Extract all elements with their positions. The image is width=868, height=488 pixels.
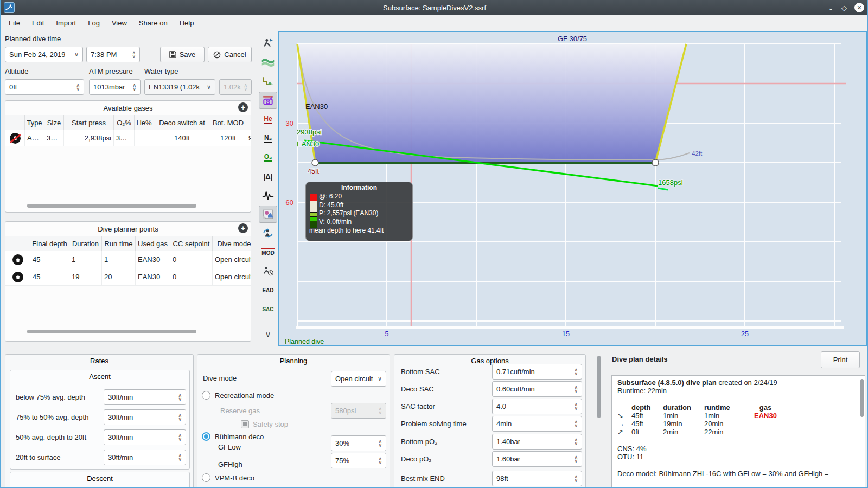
rate-spinbox[interactable]: 30ft/min bbox=[104, 389, 186, 405]
bottom-vscrollbar[interactable] bbox=[597, 356, 601, 418]
deco-po2-spinbox[interactable]: 1.60bar bbox=[492, 451, 582, 467]
gas-option-label: Problem solving time bbox=[401, 420, 467, 428]
gas-option-label: Bottom pO₂ bbox=[401, 438, 437, 446]
tooltip-velocity: V: 0.0ft/min bbox=[319, 218, 409, 227]
titlebar[interactable]: Subsurface: SampleDivesV2.ssrf ⌄ ◇ ✕ bbox=[1, 0, 868, 15]
spinner-arrows-icon bbox=[571, 475, 578, 483]
tooltip-pressure: P: 2,557psi (EAN30) bbox=[319, 209, 409, 218]
recreational-radio[interactable] bbox=[202, 391, 210, 400]
delete-point-icon[interactable] bbox=[12, 254, 23, 265]
menubar: File Edit Import Log View Share on Help bbox=[1, 15, 868, 31]
spinner-arrows-icon bbox=[571, 386, 578, 393]
planner-row[interactable]: 451 1EAN30 0 Open circuit bbox=[5, 251, 251, 268]
save-button[interactable]: Save bbox=[160, 47, 205, 62]
best-mix-end-spinbox[interactable]: 98ft bbox=[492, 471, 582, 486]
menu-view[interactable]: View bbox=[106, 15, 133, 31]
rates-title: Rates bbox=[5, 355, 193, 367]
bottom-po2-spinbox[interactable]: 1.40bar bbox=[492, 434, 582, 450]
menu-help[interactable]: Help bbox=[174, 15, 200, 31]
dc-ceiling-icon[interactable] bbox=[259, 35, 277, 52]
plan-details-text[interactable]: Subsurface (4.8.5.0) dive plan created o… bbox=[611, 375, 865, 488]
mod-icon[interactable]: MOD bbox=[259, 243, 277, 261]
safety-stop-label: Safety stop bbox=[253, 420, 288, 428]
plan-details-title: Dive plan details bbox=[612, 355, 668, 363]
toolbar-scroll-down-icon[interactable]: ∨ bbox=[259, 330, 277, 339]
menu-file[interactable]: File bbox=[3, 15, 26, 31]
buhlmann-radio[interactable] bbox=[202, 432, 210, 441]
ead-icon[interactable]: EAD bbox=[259, 281, 277, 299]
planner-row[interactable]: 4519 20EAN30 0 Open circuit bbox=[5, 268, 251, 286]
dive-mode-combo[interactable]: Open circuit bbox=[331, 371, 386, 387]
plan-table-row: ↗0ft 2min22min bbox=[617, 428, 859, 436]
menu-log[interactable]: Log bbox=[82, 15, 106, 31]
plan-vscrollbar[interactable] bbox=[860, 379, 864, 417]
planning-title: Planning bbox=[197, 355, 390, 367]
ndl-tts-icon[interactable] bbox=[259, 262, 277, 280]
tooltip-color-bar bbox=[310, 194, 317, 228]
dive-profile-chart[interactable]: GF 30/75 EAN30 30 60 2938psi EAN30 45ft … bbox=[278, 31, 867, 346]
water-type-combo[interactable]: EN13319 (1.02k bbox=[144, 79, 215, 95]
plan-table-row: ↘45ft 1min1min EAN30 bbox=[617, 412, 859, 420]
calculated-ceiling-icon[interactable] bbox=[259, 54, 277, 71]
print-button[interactable]: Print bbox=[821, 351, 860, 368]
heart-rate-icon[interactable] bbox=[259, 187, 277, 204]
delete-gas-icon[interactable] bbox=[10, 133, 21, 144]
safety-stop-checkbox bbox=[241, 420, 249, 428]
photos-icon[interactable] bbox=[259, 206, 277, 223]
descent-group: Descent bbox=[10, 472, 190, 488]
spinner-arrows-icon bbox=[571, 455, 578, 463]
he-graph-icon[interactable]: He bbox=[259, 111, 277, 128]
planner-hscrollbar[interactable] bbox=[27, 330, 196, 333]
rate-spinbox[interactable]: 30ft/min bbox=[104, 409, 186, 425]
sac-factor-spinbox[interactable]: 4.0 bbox=[492, 399, 582, 414]
altitude-label: Altitude bbox=[5, 67, 28, 75]
gf-label: GF 30/75 bbox=[558, 35, 587, 43]
start-gas-label: EAN30 bbox=[297, 140, 319, 148]
spinner-arrows-icon bbox=[241, 84, 247, 91]
gas-row[interactable]: A…3… 2,938psi 3… 140ft 120ft 98ft bbox=[5, 130, 251, 146]
cancel-button[interactable]: Cancel bbox=[208, 47, 252, 62]
spinner-arrows-icon bbox=[175, 414, 182, 421]
depth-tick-60: 60 bbox=[286, 198, 293, 207]
info-tooltip[interactable]: Information @: 6:20 D: 45.0ft P: 2,557ps… bbox=[305, 182, 413, 241]
gfhigh-spinbox[interactable]: 75% bbox=[331, 453, 386, 468]
altitude-spinbox[interactable]: 0ft bbox=[5, 79, 84, 95]
spinner-arrows-icon bbox=[375, 457, 382, 465]
menu-import[interactable]: Import bbox=[50, 15, 82, 31]
problem-time-spinbox[interactable]: 4min bbox=[492, 416, 582, 432]
rate-label: 20ft to surface bbox=[16, 453, 60, 461]
o2-graph-icon[interactable]: O₂ bbox=[259, 149, 277, 166]
profile-handle[interactable] bbox=[312, 159, 318, 166]
gas-switch-icon[interactable] bbox=[259, 224, 277, 242]
menu-share-on[interactable]: Share on bbox=[133, 15, 174, 31]
rate-spinbox[interactable]: 30ft/min bbox=[104, 429, 186, 445]
end-pressure-label: 1658psi bbox=[658, 178, 683, 187]
gases-hscrollbar[interactable] bbox=[27, 204, 196, 208]
maximize-icon[interactable]: ◇ bbox=[841, 4, 847, 11]
ruler-icon[interactable]: |Δ| bbox=[259, 168, 277, 185]
n2-graph-icon[interactable]: N₂ bbox=[259, 130, 277, 147]
deco-sac-spinbox[interactable]: 0.60cuft/min bbox=[492, 381, 582, 397]
add-point-button[interactable]: + bbox=[238, 223, 248, 233]
close-icon[interactable]: ✕ bbox=[854, 3, 864, 12]
bottom-sac-spinbox[interactable]: 0.71cuft/min bbox=[492, 364, 582, 380]
rate-spinbox[interactable]: 30ft/min bbox=[104, 450, 186, 465]
atm-pressure-spinbox[interactable]: 1013mbar bbox=[89, 79, 141, 95]
ceiling-increments-icon[interactable] bbox=[259, 73, 277, 90]
sac-icon[interactable]: SAC bbox=[259, 300, 277, 318]
time-tick-25: 25 bbox=[741, 330, 749, 338]
menu-edit[interactable]: Edit bbox=[26, 15, 50, 31]
start-pressure-label: 2938psi bbox=[297, 128, 322, 136]
vpmb-radio[interactable] bbox=[202, 473, 210, 482]
available-gases-panel: Available gases + TypeSize Start pressO₂… bbox=[5, 100, 251, 213]
minimize-icon[interactable]: ⌄ bbox=[828, 4, 834, 11]
gflow-spinbox[interactable]: 30% bbox=[331, 435, 386, 451]
dive-date-combo[interactable]: Sun Feb 24, 2019 bbox=[5, 47, 83, 62]
profile-handle[interactable] bbox=[652, 159, 659, 166]
tooltip-mean-depth: mean depth to here 41.4ft bbox=[309, 227, 409, 234]
dive-time-spinbox[interactable]: 7:38 PM bbox=[86, 47, 140, 62]
spinner-arrows-icon bbox=[571, 403, 578, 410]
add-gas-button[interactable]: + bbox=[238, 102, 248, 112]
delete-point-icon[interactable] bbox=[12, 272, 23, 282]
tissues-icon[interactable] bbox=[259, 92, 277, 109]
